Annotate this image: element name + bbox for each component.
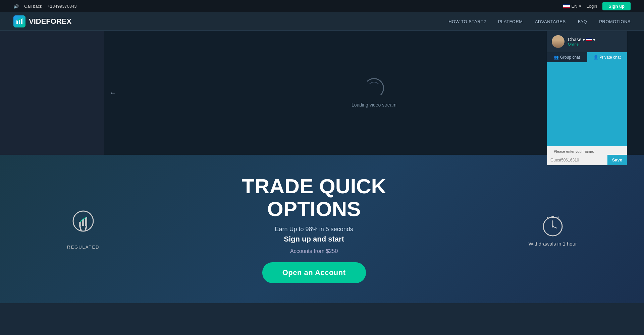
svg-line-12 (547, 217, 548, 218)
phone-icon: 🔊 (13, 4, 19, 9)
hero-section: REGULATED TRADE QUICK OPTIONS Earn Up to… (0, 155, 644, 303)
lang-label: EN (571, 4, 577, 9)
regulated-label: REGULATED (67, 245, 100, 250)
lang-selector[interactable]: EN ▾ (563, 4, 581, 9)
nav-platform[interactable]: PLATFORM (498, 19, 523, 24)
svg-rect-0 (16, 20, 18, 24)
logo-icon (13, 15, 25, 27)
chevron-down-icon: ▾ (579, 4, 581, 9)
call-back-label[interactable]: Call back (24, 4, 42, 9)
loading-text: Loading video stream (352, 102, 396, 108)
phone-number[interactable]: +18499370843 (47, 4, 76, 9)
logo[interactable]: VIDEFOREX (13, 15, 71, 27)
chat-user-info: Chase ▾ ▾ Online (568, 37, 622, 46)
user-flag-chevron: ▾ (593, 37, 595, 42)
nav-promotions[interactable]: PROMOTIONS (599, 19, 631, 24)
hero-title: TRADE QUICK OPTIONS (100, 175, 529, 220)
main-section: ← Loading video stream Chase ▾ ▾ Online … (0, 31, 644, 155)
svg-point-16 (552, 225, 554, 227)
arrow-left[interactable]: ← (109, 89, 116, 97)
topbar-left: 🔊 Call back +18499370843 (13, 4, 77, 9)
topbar-right: EN ▾ Login Sign up (563, 2, 631, 10)
chat-username: Chase ▾ ▾ (568, 37, 622, 42)
svg-rect-6 (79, 222, 81, 226)
loading-spinner (364, 78, 384, 98)
avatar-face (552, 35, 565, 48)
private-chat-tab[interactable]: 👤 Private chat (587, 52, 627, 62)
group-chat-tab[interactable]: 👥 Group chat (547, 52, 587, 62)
hero-cta-text: Sign up and start (100, 235, 529, 244)
svg-rect-2 (21, 18, 22, 24)
clock-icon (539, 211, 566, 238)
hero-subtitle: Earn Up to 98% in 5 seconds (100, 226, 529, 233)
chat-name-input[interactable] (547, 155, 607, 165)
avatar (552, 35, 565, 48)
hero-right: Withdrawals in 1 hour (529, 211, 577, 247)
open-account-button[interactable]: Open an Account (262, 262, 366, 283)
logo-text: VIDEFOREX (29, 17, 71, 26)
login-button[interactable]: Login (587, 4, 597, 9)
chat-footer: Save (547, 155, 627, 165)
chat-name-label: Please enter your name: (550, 147, 624, 154)
svg-rect-8 (85, 217, 87, 226)
nav-faq[interactable]: FAQ (578, 19, 587, 24)
navbar: VIDEFOREX HOW TO START? PLATFORM ADVANTA… (0, 12, 644, 31)
chat-header: Chase ▾ ▾ Online (547, 31, 627, 52)
chat-name-label-container: Please enter your name: (547, 146, 627, 155)
nav-links: HOW TO START? PLATFORM ADVANTAGES FAQ PR… (448, 18, 631, 24)
chat-tabs: 👥 Group chat 👤 Private chat (547, 52, 627, 62)
user-flag-icon (586, 38, 592, 41)
hero-center: TRADE QUICK OPTIONS Earn Up to 98% in 5 … (100, 175, 529, 283)
withdrawals-label: Withdrawals in 1 hour (529, 241, 577, 247)
chat-body (547, 62, 627, 146)
topbar: 🔊 Call back +18499370843 EN ▾ Login Sign… (0, 0, 644, 12)
signup-button[interactable]: Sign up (602, 2, 631, 10)
hero-left: REGULATED (67, 208, 100, 250)
chat-status-badge: Online (568, 42, 622, 46)
svg-rect-1 (19, 19, 20, 24)
dropdown-icon[interactable]: ▾ (583, 37, 585, 42)
chat-panel: Chase ▾ ▾ Online 👥 Group chat 👤 Private … (547, 31, 627, 165)
accounts-from: Accounts from $250 (100, 248, 529, 254)
nav-how-to-start[interactable]: HOW TO START? (448, 19, 486, 24)
nav-advantages[interactable]: ADVANTAGES (535, 19, 566, 24)
regulated-icon (68, 208, 98, 239)
svg-line-13 (557, 217, 559, 218)
chat-save-button[interactable]: Save (607, 155, 627, 165)
flag-icon (563, 4, 570, 8)
